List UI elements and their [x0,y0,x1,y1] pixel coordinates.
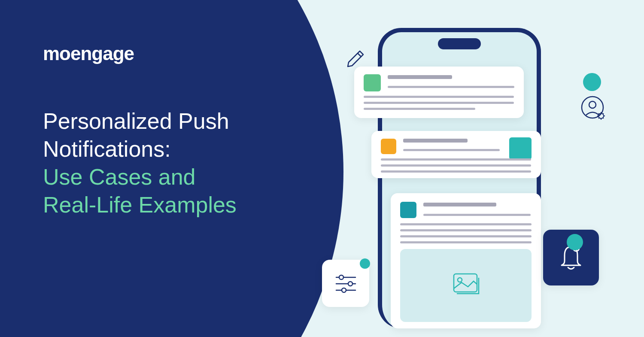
decorative-dot [567,234,583,250]
svg-point-8 [348,282,352,286]
svg-point-2 [582,97,603,118]
text-line [400,229,532,231]
title-line-3: Use Cases and [43,163,237,191]
text-line [364,108,475,110]
notification-card-3 [391,193,541,328]
text-line [403,139,468,143]
pencil-icon [343,47,367,71]
teal-small-square-icon [400,202,416,218]
decorative-dot [360,258,370,269]
notification-card-1 [354,67,524,118]
text-line [400,241,532,243]
text-line [403,149,500,151]
text-line [364,102,514,104]
text-line [364,96,514,98]
notification-card-2 [371,131,541,178]
text-line [381,164,531,167]
text-line [381,170,531,173]
text-line [423,203,496,206]
image-icon [449,270,483,301]
svg-point-3 [589,101,596,108]
text-line [388,86,514,88]
svg-point-10 [342,288,346,292]
svg-rect-0 [454,274,477,292]
image-placeholder [400,249,532,322]
user-settings-icon [580,94,608,122]
text-line [423,214,531,216]
text-line [400,223,532,225]
svg-point-1 [458,278,462,282]
svg-point-6 [339,275,343,279]
sliders-icon [332,270,360,298]
text-content: moengage Personalized Push Notifications… [43,43,237,219]
title-line-4: Real-Life Examples [43,191,237,219]
text-line [381,158,531,161]
illustration-area [335,21,592,322]
title-line-2: Notifications: [43,135,237,163]
teal-square-icon [509,137,532,160]
orange-square-icon [381,139,396,154]
brand-logo: moengage [43,43,237,64]
phone-notch [438,38,481,49]
text-line [400,235,532,237]
decorative-dot [583,73,601,91]
text-line [388,75,452,79]
green-square-icon [364,74,381,91]
title-line-1: Personalized Push [43,107,237,135]
